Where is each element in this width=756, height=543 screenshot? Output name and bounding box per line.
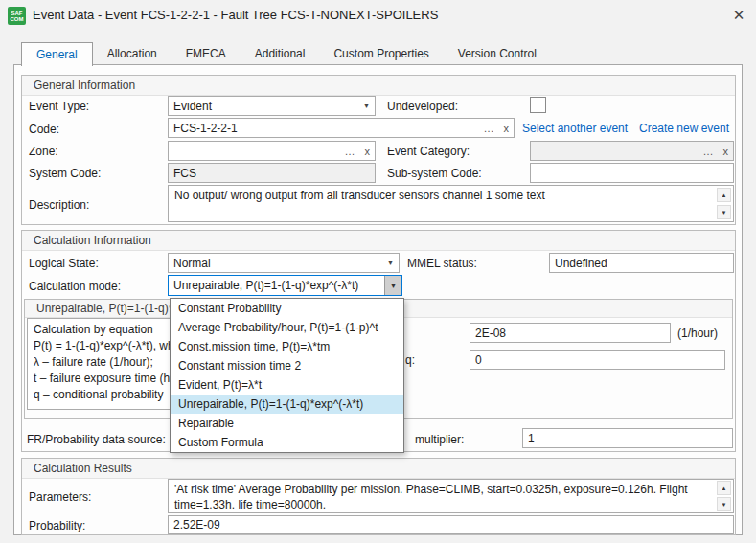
tab-fmeca[interactable]: FMECA <box>172 42 241 65</box>
scroll-down-icon[interactable]: ▼ <box>717 205 731 219</box>
tab-custom-properties[interactable]: Custom Properties <box>319 42 443 65</box>
logical-state-value: Normal <box>173 257 381 270</box>
probability-label: Probability: <box>29 519 85 532</box>
dropdown-item[interactable]: Custom Formula <box>171 433 403 452</box>
tab-general[interactable]: General <box>21 42 93 66</box>
clear-icon[interactable]: x <box>723 146 729 157</box>
tab-strip: General Allocation FMECA Additional Cust… <box>21 42 551 65</box>
description-value: No output/ wrong output from all transdu… <box>174 189 545 202</box>
event-type-label: Event Type: <box>29 100 89 113</box>
dropdown-item[interactable]: Repairable <box>171 414 403 433</box>
fr-data-source-label: FR/Probability data source: <box>27 433 166 446</box>
dropdown-item-selected[interactable]: Unrepairable, P(t)=1-(1-q)*exp^(-λ*t) <box>171 395 403 414</box>
calculation-mode-dropdown: Constant Probability Average Probability… <box>170 298 404 453</box>
browse-icon[interactable]: … <box>345 146 355 157</box>
tab-additional[interactable]: Additional <box>241 42 320 65</box>
tab-version-control[interactable]: Version Control <box>444 42 551 65</box>
logical-state-label: Logical State: <box>29 257 99 270</box>
failure-rate-field[interactable]: 2E-08 <box>470 323 671 343</box>
zone-field[interactable]: … x <box>168 141 376 161</box>
window-title: Event Data - Event FCS-1-2-2-1 - Fault T… <box>33 0 438 31</box>
sub-system-code-label: Sub-system Code: <box>387 167 482 180</box>
q-label: q: <box>405 353 415 367</box>
description-label: Description: <box>29 198 89 212</box>
clear-icon[interactable]: x <box>365 146 371 157</box>
description-field[interactable]: No output/ wrong output from all transdu… <box>168 185 734 222</box>
close-icon[interactable]: ✕ <box>726 4 751 27</box>
code-value: FCS-1-2-2-1 <box>173 122 478 135</box>
event-category-label: Event Category: <box>387 145 470 158</box>
mmel-status-value: Undefined <box>555 257 728 270</box>
dropdown-item[interactable]: Evident, P(t)=λ*t <box>171 375 403 395</box>
app-icon: SAF COM <box>8 7 26 25</box>
calculation-information-title: Calculation Information <box>22 231 735 251</box>
title-bar: SAF COM Event Data - Event FCS-1-2-2-1 -… <box>0 0 756 31</box>
zone-label: Zone: <box>29 145 58 158</box>
failure-rate-unit: (1/hour) <box>677 327 718 340</box>
chevron-down-icon[interactable]: ▼ <box>384 276 401 295</box>
multiplier-value: 1 <box>528 432 727 445</box>
parameters-label: Parameters: <box>29 490 91 504</box>
multiplier-field[interactable]: 1 <box>522 428 733 448</box>
q-value: 0 <box>475 353 720 367</box>
event-type-value: Evident <box>173 100 357 113</box>
system-code-value: FCS <box>173 167 370 180</box>
code-label: Code: <box>29 123 59 136</box>
scroll-down-icon[interactable]: ▼ <box>717 497 731 511</box>
clear-icon[interactable]: x <box>504 123 510 134</box>
scroll-up-icon[interactable]: ▲ <box>717 481 731 495</box>
select-another-event-link[interactable]: Select another event <box>522 122 628 135</box>
system-code-field: FCS <box>168 163 376 183</box>
dropdown-item[interactable]: Average Probability/hour, P(t)=1-(1-p)^t <box>171 318 403 337</box>
scroll-up-icon[interactable]: ▲ <box>717 188 731 202</box>
probability-value: 2.52E-09 <box>173 518 728 532</box>
calculation-mode-combo[interactable]: Unrepairable, P(t)=1-(1-q)*exp^(-λ*t) ▼ <box>168 275 402 296</box>
mmel-status-label: MMEL status: <box>407 257 477 270</box>
tab-allocation[interactable]: Allocation <box>93 42 172 65</box>
dropdown-item[interactable]: Constant Probability <box>171 299 403 318</box>
calculation-mode-label: Calculation mode: <box>29 280 121 293</box>
mmel-status-field[interactable]: Undefined <box>549 253 734 273</box>
failure-rate-value: 2E-08 <box>475 327 665 340</box>
system-code-label: System Code: <box>29 167 101 180</box>
browse-icon[interactable]: … <box>703 146 714 157</box>
calculation-mode-value: Unrepairable, P(t)=1-(1-q)*exp^(-λ*t) <box>173 279 380 292</box>
create-new-event-link[interactable]: Create new event <box>639 122 729 135</box>
multiplier-label: multiplier: <box>415 433 464 446</box>
undeveloped-checkbox[interactable] <box>530 97 546 113</box>
app-icon-text-2: COM <box>11 16 24 22</box>
sub-system-code-field[interactable] <box>530 163 734 183</box>
code-field[interactable]: FCS-1-2-2-1 … x <box>168 118 515 138</box>
browse-icon[interactable]: … <box>484 123 494 134</box>
event-category-field[interactable]: … x <box>530 141 734 161</box>
chevron-down-icon: ▼ <box>363 102 370 109</box>
dropdown-item[interactable]: Const.mission time, P(t)=λ*tm <box>171 337 403 356</box>
dropdown-item[interactable]: Constant mission time 2 <box>171 356 403 375</box>
parameters-field[interactable]: 'At risk time' Average Probability per m… <box>168 479 734 513</box>
probability-field: 2.52E-09 <box>168 515 734 534</box>
general-information-title: General Information <box>22 76 735 96</box>
q-field[interactable]: 0 <box>470 350 725 370</box>
chevron-down-icon: ▼ <box>387 260 394 266</box>
parameters-value: 'At risk time' Average Probability per m… <box>174 483 688 511</box>
undeveloped-label: Undeveloped: <box>387 100 458 113</box>
calculation-results-title: Calculation Results <box>22 459 735 479</box>
event-type-combo[interactable]: Evident ▼ <box>168 96 376 116</box>
logical-state-combo[interactable]: Normal ▼ <box>168 253 400 273</box>
